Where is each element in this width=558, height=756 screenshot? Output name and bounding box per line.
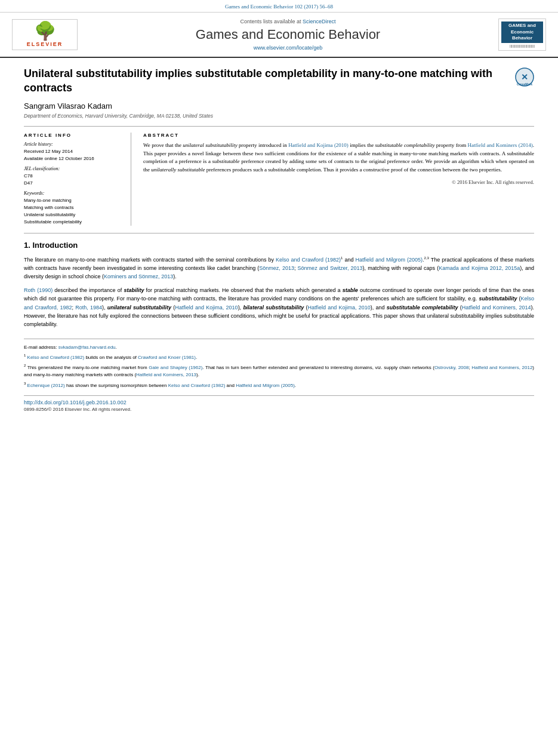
affiliation: Department of Economics, Harvard Univers… bbox=[24, 113, 534, 119]
ref-fn2-hatfield-kominers-2013[interactable]: Hatfield and Kominers, 2013 bbox=[136, 372, 196, 377]
footnote-1: 1 Kelso and Crawford (1982) builds on th… bbox=[24, 353, 534, 361]
keyword-1: Many-to-one matching bbox=[24, 197, 122, 204]
footnote-area: E-mail address: svkadam@fas.harvard.edu.… bbox=[24, 339, 534, 389]
geb-logo-bottom: ||||||||||||||||||||||||||| bbox=[501, 43, 543, 48]
journal-title: Games and Economic Behavior bbox=[78, 27, 498, 42]
elsevier-brand: ELSEVIER bbox=[15, 41, 75, 47]
crossmark-icon: ✕ CrossMark bbox=[515, 67, 534, 87]
author-name: Sangram Vilasrao Kadam bbox=[24, 102, 534, 110]
ref-hatfield-kojima-2010a[interactable]: Hatfield and Kojima (2010) bbox=[288, 142, 349, 148]
ref-hatfield-kojima-2010c[interactable]: Hatfield and Kojima, 2010 bbox=[307, 305, 370, 311]
section-number: 1. bbox=[24, 241, 30, 250]
keywords-label: Keywords: bbox=[24, 190, 122, 196]
ref-sonmez-2013[interactable]: Sönmez, 2013 bbox=[259, 265, 294, 271]
contents-label: Contents lists available at bbox=[240, 19, 301, 24]
ref-hatfield-kominers-2014b[interactable]: Hatfield and Kominers, 2014 bbox=[462, 305, 531, 311]
doi-area: http://dx.doi.org/10.1016/j.geb.2016.10.… bbox=[24, 395, 534, 412]
doi-link[interactable]: http://dx.doi.org/10.1016/j.geb.2016.10.… bbox=[24, 399, 534, 405]
article-history-label: Article history: bbox=[24, 142, 122, 147]
ref-fn3-echenique[interactable]: Echenique (2012) bbox=[27, 382, 65, 388]
footnote-3: 3 Echenique (2012) has shown the surpris… bbox=[24, 381, 534, 389]
journal-header: 🌳 ELSEVIER Contents lists available at S… bbox=[0, 13, 558, 58]
ref-fn3-kelso[interactable]: Kelso and Crawford (1982) bbox=[168, 382, 226, 388]
intro-paragraph-1: The literature on many-to-one matching m… bbox=[24, 256, 534, 281]
ref-roth-1990[interactable]: Roth (1990) bbox=[24, 287, 53, 293]
contents-line: Contents lists available at ScienceDirec… bbox=[78, 19, 498, 24]
journal-reference-bar: Games and Economic Behavior 102 (2017) 5… bbox=[0, 0, 558, 13]
section-title: Introduction bbox=[32, 241, 78, 250]
ref-fn3-hatfield-milgrom[interactable]: Hatfield and Milgrom (2005) bbox=[236, 382, 295, 388]
footnote-2: 2 This generalized the many-to-one match… bbox=[24, 363, 534, 379]
ref-fn2-hatfield-kominers-2012[interactable]: Hatfield and Kominers, 2012 bbox=[471, 365, 532, 370]
jel-codes: C78D47 bbox=[24, 173, 122, 187]
ref-fn2-ostrovsky[interactable]: Ostrovsky, 2008 bbox=[434, 365, 469, 370]
article-info-label: Article Info bbox=[24, 133, 122, 138]
email-link[interactable]: svkadam@fas.harvard.edu bbox=[58, 345, 116, 350]
article-info-panel: Article Info Article history: Received 1… bbox=[24, 133, 131, 226]
keywords-list: Many-to-one matching Matching with contr… bbox=[24, 197, 122, 226]
svg-text:CrossMark: CrossMark bbox=[517, 82, 532, 86]
ref-fn1-crawford[interactable]: Crawford and Knoer (1981) bbox=[138, 355, 196, 360]
issn-line: 0899-8256/© 2016 Elsevier Inc. All right… bbox=[24, 407, 534, 412]
ref-fn2-gale[interactable]: Gale and Shapley (1962) bbox=[149, 365, 202, 370]
journal-header-center: Contents lists available at ScienceDirec… bbox=[78, 19, 498, 51]
abstract-panel: Abstract We prove that the unilateral su… bbox=[143, 133, 534, 226]
elsevier-logo: 🌳 ELSEVIER bbox=[12, 19, 78, 50]
section-divider bbox=[24, 233, 534, 233]
ref-sonmez-switzer[interactable]: Sönmez and Switzer, 2013 bbox=[298, 265, 363, 271]
ref-kelso-crawford[interactable]: Kelso and Crawford (1982) bbox=[276, 257, 341, 263]
elsevier-tree-icon: 🌳 bbox=[15, 22, 75, 40]
introduction-heading: 1. Introduction bbox=[24, 241, 534, 250]
doi-url[interactable]: http://dx.doi.org/10.1016/j.geb.2016.10.… bbox=[24, 399, 127, 405]
journal-url[interactable]: www.elsevier.com/locate/geb bbox=[78, 45, 498, 51]
email-footnote: E-mail address: svkadam@fas.harvard.edu. bbox=[24, 344, 534, 351]
jel-label: JEL classification: bbox=[24, 166, 122, 171]
sciencedirect-link[interactable]: ScienceDirect bbox=[303, 19, 336, 24]
geb-logo-top: GAMES and Economic Behavior bbox=[501, 21, 543, 42]
article-available: Available online 12 October 2016 bbox=[24, 155, 122, 162]
journal-url-link[interactable]: www.elsevier.com/locate/geb bbox=[254, 45, 323, 51]
ref-roth-1984[interactable]: Roth, 1984 bbox=[75, 305, 102, 311]
email-label: E-mail address: bbox=[24, 345, 57, 350]
article-received: Received 12 May 2014 bbox=[24, 148, 122, 155]
svg-text:✕: ✕ bbox=[521, 72, 528, 82]
geb-logo: GAMES and Economic Behavior ||||||||||||… bbox=[498, 19, 546, 50]
copyright-notice: © 2016 Elsevier Inc. All rights reserved… bbox=[143, 179, 534, 185]
abstract-label: Abstract bbox=[143, 133, 534, 138]
journal-reference-text: Games and Economic Behavior 102 (2017) 5… bbox=[225, 4, 333, 10]
ref-fn1-kelso[interactable]: Kelso and Crawford (1982) bbox=[27, 355, 85, 360]
article-title: Unilateral substitutability implies subs… bbox=[24, 66, 534, 96]
ref-hatfield-kominers-2014[interactable]: Hatfield and Kominers (2014) bbox=[468, 142, 533, 148]
ref-kominers-sonmez[interactable]: Kominers and Sönmez, 2013 bbox=[104, 273, 173, 279]
ref-kamada-kojima[interactable]: Kamada and Kojima 2012, 2015a bbox=[439, 265, 520, 271]
ref-hatfield-milgrom[interactable]: Hatfield and Milgrom (2005) bbox=[355, 257, 423, 263]
keyword-2: Matching with contracts bbox=[24, 204, 122, 211]
keyword-4: Substitutable completability bbox=[24, 219, 122, 226]
abstract-text: We prove that the unilateral substitutab… bbox=[143, 142, 534, 175]
keyword-3: Unilateral substitutability bbox=[24, 211, 122, 219]
ref-hatfield-kojima-2010b[interactable]: Hatfield and Kojima, 2010 bbox=[175, 305, 238, 311]
intro-paragraph-2: Roth (1990) described the importance of … bbox=[24, 286, 534, 329]
